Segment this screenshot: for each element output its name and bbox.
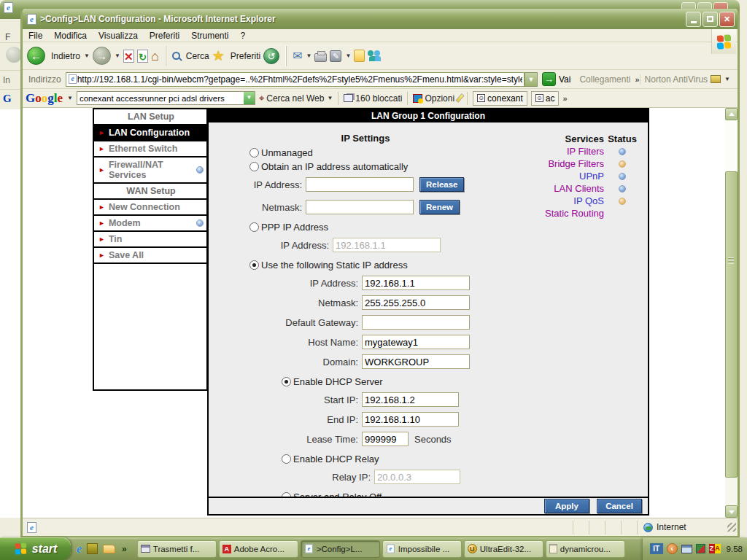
home-icon[interactable]: ⌂ — [151, 50, 159, 63]
menu-view[interactable]: Visualizza — [93, 29, 144, 42]
google-search-dropdown-icon[interactable]: ▼ — [244, 92, 255, 104]
ie-quicklaunch-icon[interactable]: e — [77, 542, 82, 556]
search-web-label[interactable]: Cerca nel Web — [266, 93, 324, 104]
cancel-button[interactable]: Cancel — [597, 499, 642, 513]
service-link-upnp[interactable]: UPnP — [579, 171, 604, 182]
options-button[interactable]: Opzioni — [413, 93, 454, 104]
messenger-icon[interactable] — [368, 50, 382, 62]
favorites-icon[interactable]: ★ — [212, 47, 225, 64]
scroll-down-icon[interactable] — [725, 505, 738, 518]
dynamic-ip-input[interactable] — [306, 177, 414, 192]
go-arrow-icon[interactable]: → — [542, 72, 556, 86]
release-button[interactable]: Release — [419, 177, 464, 192]
default-gateway-input[interactable] — [362, 315, 470, 330]
term-1-label[interactable]: conexant — [487, 93, 523, 104]
task-ultraedit[interactable]: U UltraEdit-32... — [464, 540, 543, 558]
zonealarm-tray-icon[interactable]: ZA — [709, 544, 721, 553]
forward-dropdown-icon[interactable]: ▼ — [115, 52, 120, 59]
popup-blocked-count[interactable]: 160 bloccati — [355, 93, 402, 104]
menu-help[interactable]: ? — [235, 29, 252, 42]
static-ip-radio[interactable] — [249, 260, 259, 270]
renew-button[interactable]: Renew — [419, 200, 460, 214]
mail-icon[interactable]: ✉ — [293, 49, 302, 63]
edit-dropdown-icon[interactable]: ▼ — [345, 52, 351, 59]
service-link-lan-clients[interactable]: LAN Clients — [554, 183, 604, 194]
hide-tray-icons-icon[interactable]: ‹ — [667, 543, 678, 554]
static-netmask-input[interactable] — [362, 295, 470, 310]
resize-grip[interactable] — [727, 523, 736, 532]
google-logo[interactable]: Google — [26, 91, 63, 106]
task-config-lan[interactable]: e >Config>L... — [301, 540, 380, 558]
titlebar[interactable]: e >Config>LAN Configuration - Microsoft … — [23, 9, 738, 29]
mail-dropdown-icon[interactable]: ▼ — [306, 52, 312, 59]
service-link-bridge-filters[interactable]: Bridge Filters — [548, 158, 604, 169]
antivirus-tray-icon[interactable] — [696, 544, 705, 553]
lease-time-input[interactable] — [362, 432, 409, 446]
start-ip-input[interactable] — [362, 392, 459, 407]
sidebar-item-modem[interactable]: ►Modem — [94, 216, 206, 232]
maximize-button[interactable] — [703, 12, 718, 27]
scroll-up-icon[interactable] — [725, 108, 738, 120]
edit-icon[interactable]: ✎ — [330, 50, 341, 62]
back-icon[interactable]: ← — [27, 47, 45, 65]
task-trasmetti[interactable]: Trasmetti f... — [137, 540, 217, 558]
google-search-input[interactable]: conexant accessrunner pci adsl drivers ▼ — [77, 91, 255, 105]
links-label[interactable]: Collegamenti — [575, 74, 635, 85]
search-term-button-1[interactable]: ⊙ conexant — [473, 91, 527, 106]
favorites-label[interactable]: Preferiti — [231, 51, 260, 61]
discuss-icon[interactable] — [354, 50, 365, 62]
dynamic-netmask-input[interactable] — [306, 200, 414, 214]
unmanaged-radio[interactable] — [249, 148, 259, 158]
google-query[interactable]: conexant accessrunner pci adsl drivers — [77, 94, 244, 103]
sidebar-item-ethernet-switch[interactable]: ►Ethernet Switch — [94, 141, 206, 158]
service-link-ip-filters[interactable]: IP Filters — [567, 146, 604, 157]
task-dynamicrou[interactable]: dynamicrou... — [546, 540, 625, 558]
close-button[interactable]: ✕ — [719, 12, 735, 27]
sidebar-item-new-connection[interactable]: ►New Connection — [94, 200, 206, 216]
highlighter-icon[interactable] — [455, 93, 464, 103]
options-label[interactable]: Opzioni — [425, 93, 454, 104]
sidebar-item-firewall-nat-services[interactable]: ►Firewall/NAT Services — [94, 158, 206, 184]
forward-icon[interactable]: → — [93, 47, 111, 65]
back-dropdown-icon[interactable]: ▼ — [84, 52, 90, 59]
refresh-icon[interactable]: ↻ — [137, 50, 148, 63]
task-impossibile[interactable]: e Impossibile ... — [382, 540, 462, 558]
quicklaunch-chevron-icon[interactable]: » — [122, 544, 127, 554]
service-link-static-routing[interactable]: Static Routing — [545, 208, 604, 219]
search-web-button[interactable]: ⌖ Cerca nel Web ▼ — [259, 93, 333, 104]
domain-input[interactable] — [362, 354, 470, 369]
address-input[interactable]: e http://192.168.1.1/cgi-bin/webcm?getpa… — [66, 72, 525, 87]
address-dropdown-icon[interactable]: ▼ — [525, 72, 538, 87]
go-label[interactable]: Vai — [559, 74, 570, 85]
search-web-dropdown-icon[interactable]: ▼ — [327, 95, 333, 101]
folder-quicklaunch-icon[interactable] — [103, 545, 115, 553]
task-adobe-acrobat[interactable]: A Adobe Acro... — [219, 540, 298, 558]
obtain-ip-radio[interactable] — [249, 162, 259, 171]
address-url[interactable]: http://192.168.1.1/cgi-bin/webcm?getpage… — [77, 74, 522, 85]
menu-edit[interactable]: Modifica — [48, 29, 93, 42]
menu-file[interactable]: File — [23, 29, 48, 42]
search-label[interactable]: Cerca — [186, 51, 209, 61]
google-chevron-icon[interactable]: » — [562, 94, 567, 103]
host-name-input[interactable] — [362, 335, 470, 349]
scrollbar-thumb[interactable] — [725, 171, 738, 478]
menu-tools[interactable]: Strumenti — [185, 29, 234, 42]
popup-blocker-button[interactable]: 160 bloccati — [344, 93, 402, 104]
minimize-button[interactable] — [686, 12, 701, 27]
search-term-button-2[interactable]: ⊙ ac — [531, 91, 560, 106]
language-indicator[interactable]: IT — [650, 543, 663, 554]
go-button[interactable]: → Vai — [542, 72, 570, 86]
dhcp-relay-radio[interactable] — [282, 454, 291, 464]
google-dropdown-icon[interactable]: ▼ — [67, 95, 73, 101]
apply-button[interactable]: Apply — [544, 499, 589, 513]
end-ip-input[interactable] — [362, 412, 459, 427]
ppp-ip-radio[interactable] — [249, 222, 259, 232]
sidebar-item-tin[interactable]: ►Tin — [94, 232, 206, 248]
dhcp-server-radio[interactable] — [282, 377, 291, 386]
norton-dropdown-icon[interactable]: ▼ — [724, 76, 730, 82]
service-link-ip-qos[interactable]: IP QoS — [573, 195, 604, 206]
print-icon[interactable] — [314, 53, 327, 62]
network-tray-icon[interactable] — [681, 545, 692, 553]
stop-icon[interactable]: ✕ — [123, 50, 134, 63]
back-label[interactable]: Indietro — [51, 51, 80, 61]
